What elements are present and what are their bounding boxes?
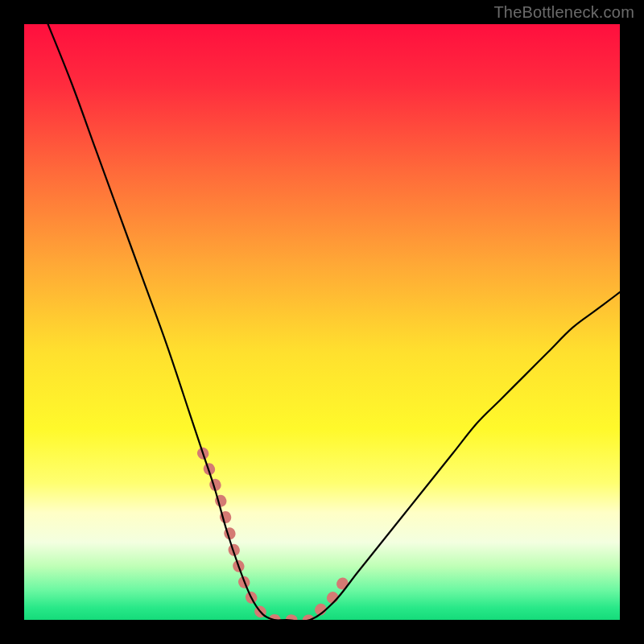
- chart-background: [24, 24, 620, 620]
- watermark-text: TheBottleneck.com: [493, 3, 634, 22]
- chart-plot-area: [24, 24, 620, 620]
- chart-svg: [24, 24, 620, 620]
